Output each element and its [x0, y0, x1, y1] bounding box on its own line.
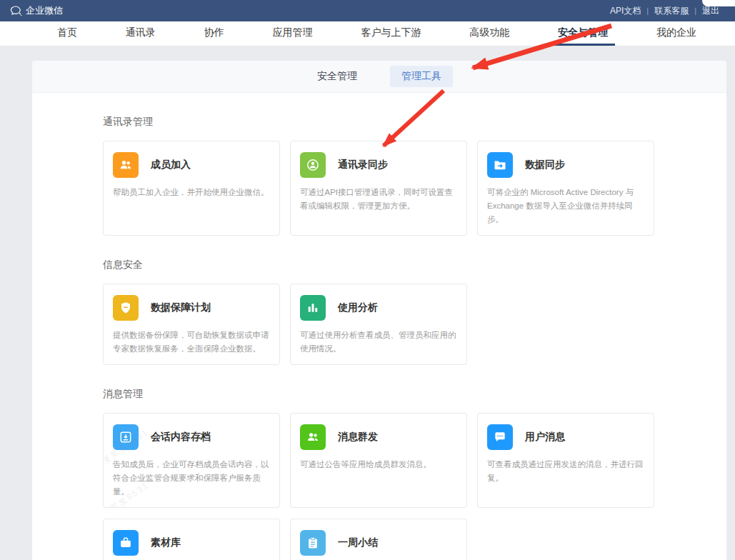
chat-archive-card[interactable]: 雷韵传漢罗发8531 雷韵传漢罗发8531 雷韵传漢罗发8531 会话内容存档 … [103, 413, 280, 508]
card-title: 数据保障计划 [151, 301, 211, 314]
section-title-information-security: 信息安全 [103, 259, 656, 271]
section-title-message-management: 消息管理 [103, 388, 656, 401]
card-title: 消息群发 [338, 431, 378, 444]
shield-icon [113, 295, 139, 321]
brand[interactable]: 企业微信 [10, 4, 63, 17]
archive-icon [113, 424, 139, 450]
card-title: 素材库 [151, 536, 181, 549]
cards-row: 成员加入 帮助员工加入企业，并开始使用企业微信。 通讯录同步 可通过API接口管… [103, 141, 656, 236]
card-desc: 帮助员工加入企业，并开始使用企业微信。 [113, 186, 270, 199]
cards-row: 雷韵传漢罗发8531 雷韵传漢罗发8531 雷韵传漢罗发8531 会话内容存档 … [103, 413, 656, 560]
briefcase-icon [113, 530, 139, 556]
member-join-card[interactable]: 成员加入 帮助员工加入企业，并开始使用企业微信。 [103, 141, 280, 236]
logout-link[interactable]: 退出 [696, 5, 725, 17]
data-protection-card[interactable]: 数据保障计划 提供数据备份保障，可自助恢复数据或申请专家数据恢复服务，全面保障企… [103, 284, 280, 365]
broadcast-people-icon [300, 424, 326, 450]
card-desc: 可将企业的 Microsoft Active Directory 与 Excha… [487, 186, 644, 226]
contacts-sync-icon [300, 152, 326, 178]
clipboard-icon [300, 530, 326, 556]
contact-support-link[interactable]: 联系客服 [649, 5, 694, 17]
tools-content: 通讯录管理 成员加入 帮助员工加入企业，并开始使用企业微信。 通讯录同步 [32, 116, 726, 560]
card-title: 数据同步 [525, 159, 565, 171]
contacts-sync-card[interactable]: 通讯录同步 可通过API接口管理通讯录，同时可设置查看或编辑权限，管理更加方便。 [290, 141, 467, 236]
card-desc: 可查看成员通过应用发送的消息，并进行回复。 [487, 458, 644, 485]
card-desc: 告知成员后，企业可存档成员会话内容，以符合企业监管合规要求和保障客户服务质量。 [113, 458, 270, 499]
tab-security-management[interactable]: 安全管理 [306, 66, 369, 87]
card-desc: 可通过公告等应用给成员群发消息。 [300, 458, 457, 471]
members-add-icon [113, 152, 139, 178]
card-title: 成员加入 [151, 159, 191, 171]
wecom-logo-icon [10, 6, 22, 16]
card-title: 会话内容存档 [151, 431, 211, 444]
nav-contacts[interactable]: 通讯录 [119, 21, 163, 46]
tab-management-tools[interactable]: 管理工具 [390, 66, 453, 87]
card-title: 通讯录同步 [338, 159, 388, 171]
nav-customers[interactable]: 客户与上下游 [354, 21, 428, 46]
topbar: 企业微信 API文档 | 联系客服 | 退出 [0, 0, 735, 21]
data-sync-card[interactable]: 数据同步 可将企业的 Microsoft Active Directory 与 … [477, 141, 654, 236]
card-title: 使用分析 [338, 301, 378, 314]
message-broadcast-card[interactable]: 消息群发 可通过公告等应用给成员群发消息。 [290, 413, 467, 508]
card-desc: 可通过使用分析查看成员、管理员和应用的使用情况。 [300, 329, 457, 356]
data-sync-icon [487, 152, 513, 178]
main-nav: 首页 通讯录 协作 应用管理 客户与上下游 高级功能 安全与管理 我的企业 [0, 21, 735, 46]
card-desc: 可通过API接口管理通讯录，同时可设置查看或编辑权限，管理更加方便。 [300, 186, 457, 213]
weekly-summary-card[interactable]: 一周小结 为管理员、管理者、成员汇总的一周小结，总结使用企业微信的情况。 [290, 519, 467, 560]
usage-analytics-card[interactable]: 使用分析 可通过使用分析查看成员、管理员和应用的使用情况。 [290, 284, 467, 365]
nav-security-management[interactable]: 安全与管理 [551, 21, 615, 46]
card-desc: 提供数据备份保障，可自助恢复数据或申请专家数据恢复服务，全面保障企业数据。 [113, 329, 270, 356]
cards-row: 数据保障计划 提供数据备份保障，可自助恢复数据或申请专家数据恢复服务，全面保障企… [103, 284, 656, 365]
brand-label: 企业微信 [26, 4, 63, 17]
card-title: 一周小结 [338, 536, 378, 549]
bar-chart-icon [300, 295, 326, 321]
nav-app-management[interactable]: 应用管理 [266, 21, 320, 46]
nav-advanced-features[interactable]: 高级功能 [462, 21, 516, 46]
material-library-card[interactable]: 素材库 可将重要常用的素材存放在此，方便管理员发送消息。 [103, 519, 280, 560]
api-docs-link[interactable]: API文档 [604, 5, 646, 17]
nav-my-company[interactable]: 我的企业 [649, 21, 704, 46]
user-message-card[interactable]: 用户消息 可查看成员通过应用发送的消息，并进行回复。 [477, 413, 654, 508]
chat-bubble-icon [487, 424, 513, 450]
section-title-contacts-management: 通讯录管理 [103, 116, 656, 129]
card-title: 用户消息 [525, 431, 565, 444]
nav-home[interactable]: 首页 [50, 21, 84, 46]
browser-overlay-notch [702, 0, 735, 6]
topbar-links: API文档 | 联系客服 | 退出 [604, 5, 725, 17]
tabstrip: 安全管理 管理工具 [32, 61, 726, 93]
content-panel: 安全管理 管理工具 通讯录管理 成员加入 帮助员工加入企业，并开始使用企业微信。 [32, 61, 726, 560]
nav-collaboration[interactable]: 协作 [197, 21, 231, 46]
